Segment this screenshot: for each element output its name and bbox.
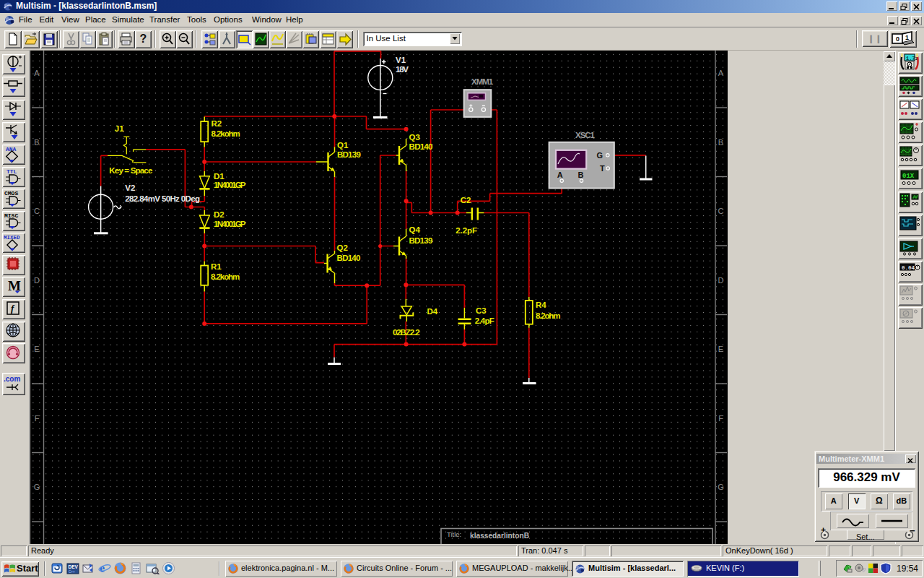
svg-text:1N4001GP: 1N4001GP (214, 220, 246, 228)
svg-text:XMM1: XMM1 (471, 77, 494, 86)
svg-text:8.2kohm: 8.2kohm (212, 129, 240, 138)
svg-text:8.2ohm: 8.2ohm (536, 311, 560, 320)
svg-text:R2: R2 (212, 119, 222, 128)
svg-text:Q4: Q4 (409, 225, 421, 234)
svg-text:G: G (597, 151, 603, 160)
svg-text:8.2kohm: 8.2kohm (211, 272, 240, 281)
svg-text:2.4pF: 2.4pF (475, 316, 494, 325)
svg-text:V2: V2 (125, 184, 135, 192)
svg-text:Q1: Q1 (337, 141, 349, 150)
svg-text:E: E (34, 345, 39, 353)
svg-text:C3: C3 (476, 306, 487, 315)
svg-text:Q3: Q3 (409, 133, 420, 142)
svg-text:A: A (557, 171, 563, 179)
svg-text:e: e (100, 562, 105, 574)
svg-text:f: f (11, 303, 15, 314)
svg-text:V1: V1 (396, 56, 406, 64)
svg-text:R4: R4 (536, 301, 546, 309)
svg-text:2.2pF: 2.2pF (456, 226, 477, 235)
svg-text:MISC: MISC (4, 212, 18, 219)
svg-text:Key = Space: Key = Space (109, 166, 152, 175)
svg-text:CMOS: CMOS (4, 190, 18, 197)
svg-text:R1: R1 (211, 262, 222, 271)
svg-text:A: A (718, 69, 724, 77)
svg-text:0: 0 (896, 35, 899, 43)
svg-text:C++: C++ (69, 570, 75, 574)
svg-text:F: F (718, 414, 723, 423)
svg-text:1: 1 (905, 34, 909, 41)
svg-text:D1: D1 (214, 172, 225, 181)
svg-text:BD140: BD140 (409, 142, 433, 151)
svg-text:D4: D4 (427, 307, 438, 316)
svg-text:D: D (34, 276, 40, 285)
svg-text:C2: C2 (461, 196, 471, 204)
svg-text:282.84mV 50Hz 0Deg: 282.84mV 50Hz 0Deg (125, 194, 200, 203)
svg-text:F: F (35, 414, 40, 423)
svg-text:0.04: 0.04 (902, 265, 915, 271)
svg-text:BD139: BD139 (337, 150, 361, 159)
svg-text:18V: 18V (396, 65, 409, 74)
svg-text:B: B (34, 138, 39, 147)
svg-text:T: T (600, 164, 605, 173)
svg-text:1N4001GP: 1N4001GP (214, 181, 246, 189)
svg-text:klassedarlintonB: klassedarlintonB (470, 531, 529, 540)
svg-text:Title:: Title: (447, 530, 461, 538)
svg-text:TTL: TTL (6, 168, 17, 175)
svg-text:E: E (718, 345, 723, 353)
svg-text:XSC1: XSC1 (575, 131, 596, 139)
svg-text:BD140: BD140 (337, 254, 361, 262)
svg-text:C: C (718, 207, 724, 215)
svg-text:G: G (718, 483, 724, 491)
svg-text:B: B (578, 171, 584, 179)
svg-text:D: D (718, 276, 724, 285)
svg-text:C: C (34, 207, 40, 215)
svg-text:Q2: Q2 (337, 243, 348, 252)
svg-text:G: G (34, 483, 40, 491)
svg-text:DEV: DEV (69, 564, 79, 569)
svg-text:J1: J1 (115, 124, 124, 133)
svg-text:02BZ2.2: 02BZ2.2 (393, 328, 420, 337)
svg-text:D2: D2 (214, 210, 225, 219)
svg-text:A: A (34, 69, 40, 77)
svg-text:BD139: BD139 (409, 236, 433, 245)
svg-text:.com: .com (4, 375, 20, 383)
svg-text:01X: 01X (902, 173, 915, 180)
svg-text:B: B (718, 138, 723, 147)
